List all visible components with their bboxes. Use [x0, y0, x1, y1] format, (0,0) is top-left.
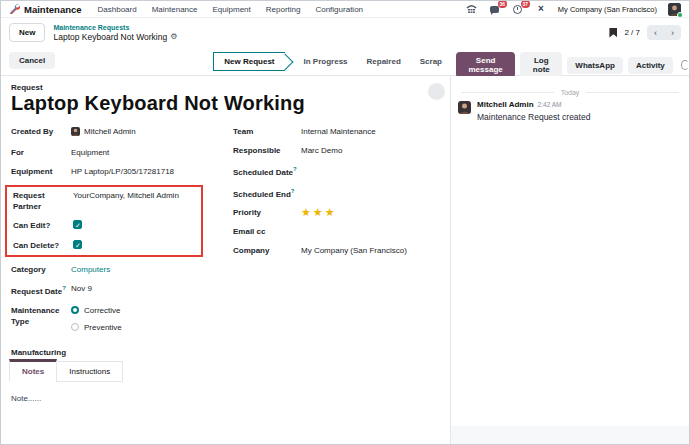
can-edit-checkbox[interactable] — [73, 220, 82, 229]
email-cc-label: Email cc — [233, 226, 301, 237]
equipment-value[interactable]: HP Laptop/LP/305/17281718 — [71, 166, 225, 177]
attachment-icon[interactable] — [681, 60, 689, 70]
radio-option-corrective[interactable]: Corrective — [71, 305, 225, 316]
avatar-placeholder-circle — [428, 83, 445, 100]
scheduled-end-label: Scheduled End? — [233, 186, 301, 200]
activities-icon[interactable]: 37 — [512, 4, 524, 15]
main-content: Request Laptop Keyboard Not Working Crea… — [1, 76, 689, 445]
user-avatar-small — [71, 127, 80, 139]
team-value[interactable]: Internal Maintenance — [301, 126, 447, 137]
record-name: Laptop Keyboard Not Working — [53, 32, 167, 42]
field-category: Category Computers — [11, 264, 225, 275]
maintenance-type-options: Corrective Preventive — [71, 305, 225, 339]
responsible-label: Responsible — [233, 145, 301, 156]
user-menu-avatar[interactable] — [668, 3, 681, 16]
fields-right-column: Team Internal Maintenance Responsible Ma… — [233, 126, 447, 264]
pager-previous-button[interactable]: ‹ — [647, 25, 664, 40]
field-scheduled-end: Scheduled End? — [233, 186, 447, 200]
company-switcher[interactable]: My Company (San Francisco) — [558, 5, 657, 14]
main-menu: Dashboard Maintenance Equipment Reportin… — [98, 5, 363, 14]
app-brand[interactable]: Maintenance — [9, 0, 82, 18]
radio-button[interactable] — [71, 323, 79, 331]
menu-dashboard[interactable]: Dashboard — [98, 5, 137, 14]
team-label: Team — [233, 126, 301, 137]
can-delete-value — [73, 240, 201, 252]
field-team: Team Internal Maintenance — [233, 126, 447, 137]
gear-icon[interactable]: ⚙ — [170, 33, 177, 41]
help-marker: ? — [62, 285, 66, 291]
can-delete-label: Can Delete? — [13, 240, 73, 252]
tab-instructions[interactable]: Instructions — [56, 361, 123, 382]
whatsapp-button[interactable]: WhatsApp — [567, 57, 623, 74]
category-value[interactable]: Computers — [71, 264, 225, 275]
pager-buttons: ‹ › — [647, 25, 681, 40]
responsible-value[interactable]: Marc Demo — [301, 145, 447, 156]
phone-grid-icon[interactable] — [466, 4, 478, 15]
can-delete-checkbox[interactable] — [73, 240, 82, 249]
priority-stars[interactable]: ★★★ — [301, 207, 447, 218]
field-scheduled-date: Scheduled Date? — [233, 164, 447, 178]
scheduled-date-value[interactable] — [301, 164, 447, 178]
scheduled-end-value[interactable] — [301, 186, 447, 200]
radio-button[interactable] — [71, 306, 79, 314]
email-cc-value[interactable] — [301, 226, 447, 237]
top-nav: Maintenance Dashboard Maintenance Equipm… — [1, 1, 689, 18]
log-note-button[interactable]: Log note — [520, 52, 562, 78]
for-label: For — [11, 147, 71, 158]
activity-button[interactable]: Activity — [628, 57, 673, 74]
breadcrumb-parent[interactable]: Maintenance Requests — [53, 24, 177, 31]
help-marker: ? — [293, 166, 297, 172]
stage-repaired[interactable]: Repaired — [367, 57, 401, 66]
created-by-label: Created By — [11, 126, 71, 139]
maintenance-app-window: Maintenance Dashboard Maintenance Equipm… — [0, 0, 690, 445]
request-partner-value[interactable]: YourCompany, Mitchell Admin — [73, 190, 201, 212]
radio-label: Corrective — [84, 305, 120, 316]
cancel-button[interactable]: Cancel — [9, 52, 55, 69]
can-edit-label: Can Edit? — [13, 220, 73, 232]
app-name: Maintenance — [24, 4, 82, 15]
activities-badge: 37 — [521, 0, 530, 8]
x-mark-icon[interactable]: × — [535, 4, 547, 15]
company-value[interactable]: My Company (San Francisco) — [301, 245, 447, 256]
chatter-message[interactable]: Mitchell Admin 2:42 AM Maintenance Reque… — [458, 100, 683, 122]
category-label: Category — [11, 264, 71, 275]
messages-icon[interactable]: 36 — [489, 4, 501, 15]
priority-label: Priority — [233, 207, 301, 218]
request-date-label: Request Date? — [11, 283, 71, 297]
stage-scrap[interactable]: Scrap — [420, 57, 442, 66]
message-author[interactable]: Mitchell Admin — [477, 100, 534, 109]
new-button[interactable]: New — [9, 23, 45, 42]
for-value[interactable]: Equipment — [71, 147, 225, 158]
field-priority: Priority ★★★ — [233, 207, 447, 218]
tab-notes[interactable]: Notes — [9, 359, 57, 382]
created-by-text: Mitchell Admin — [84, 127, 136, 136]
statusbar: New Request In Progress Repaired Scrap — [213, 52, 442, 71]
send-message-button[interactable]: Send message — [456, 52, 515, 78]
wrench-icon — [9, 0, 20, 18]
request-date-value[interactable]: Nov 9 — [71, 283, 225, 297]
date-divider: Today — [461, 89, 679, 96]
systray: 36 37 × My Company (San Francisco) — [466, 3, 681, 16]
message-timestamp: 2:42 AM — [538, 101, 562, 108]
menu-reporting[interactable]: Reporting — [266, 5, 301, 14]
radio-option-preventive[interactable]: Preventive — [71, 322, 225, 333]
help-marker: ? — [291, 188, 295, 194]
pager-next-button[interactable]: › — [664, 25, 681, 40]
request-field-label: Request — [11, 83, 43, 92]
field-can-edit: Can Edit? — [13, 220, 201, 232]
can-edit-value — [73, 220, 201, 232]
menu-equipment[interactable]: Equipment — [213, 5, 251, 14]
stage-in-progress[interactable]: In Progress — [304, 57, 348, 66]
bookmark-icon[interactable] — [609, 28, 617, 38]
menu-maintenance[interactable]: Maintenance — [152, 5, 198, 14]
record-title[interactable]: Laptop Keyboard Not Working — [11, 92, 305, 115]
pager-count: 2 / 7 — [624, 28, 640, 37]
breadcrumb-current: Laptop Keyboard Not Working ⚙ — [53, 32, 177, 42]
stage-new-request[interactable]: New Request — [213, 52, 284, 71]
company-label: Company — [233, 245, 301, 256]
notes-content[interactable]: Note...... — [11, 394, 41, 403]
red-annotation-box: Request Partner YourCompany, Mitchell Ad… — [5, 185, 203, 257]
created-by-value[interactable]: Mitchell Admin — [71, 126, 225, 139]
control-panel: New Maintenance Requests Laptop Keyboard… — [1, 18, 689, 47]
menu-configuration[interactable]: Configuration — [315, 5, 363, 14]
